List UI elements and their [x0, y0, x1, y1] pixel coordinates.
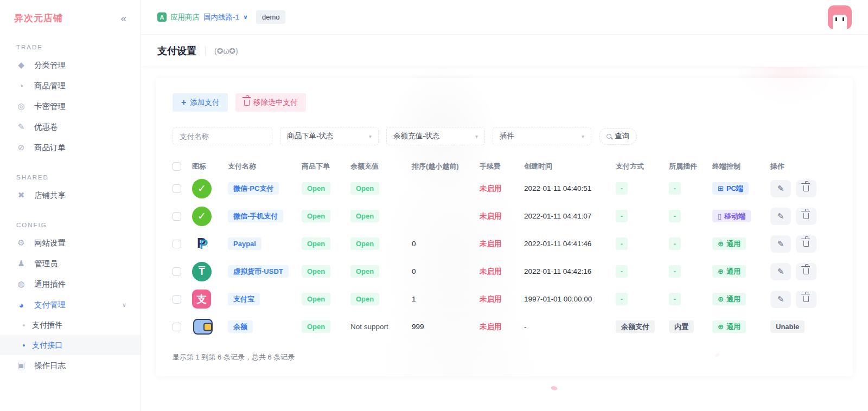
payment-name-link[interactable]: 支付宝	[228, 293, 260, 305]
main-area: A 应用商店 国内线路-1 ∨ demo 支付设置 (✪ω✪) + 添加支付	[141, 0, 868, 411]
payment-name-input[interactable]	[173, 127, 272, 145]
sidebar-item-label: 优惠卷	[34, 122, 58, 132]
edit-button[interactable]: ✎	[770, 180, 791, 197]
terminal-badge: ⊕通用	[712, 237, 746, 250]
recharge-status-badge: Open	[350, 182, 379, 195]
table-row: PaypalOpenOpen0未启用2022-01-11 04:41:46--⊕…	[173, 230, 837, 258]
fee-status: 未启用	[480, 322, 524, 332]
row-checkbox[interactable]	[173, 295, 181, 304]
add-payment-button[interactable]: + 添加支付	[173, 93, 228, 112]
avatar-face	[833, 15, 847, 29]
pagination-summary: 显示第 1 到第 6 条记录，总共 6 条记录	[173, 352, 837, 362]
select-all-checkbox[interactable]	[173, 162, 181, 171]
row-checkbox[interactable]	[173, 212, 181, 221]
search-button[interactable]: 查询	[599, 128, 637, 145]
topbar: A 应用商店 国内线路-1 ∨ demo	[141, 0, 868, 35]
column-header: 操作	[770, 162, 830, 171]
payment-name-link[interactable]: Paypal	[228, 237, 261, 250]
filter-select[interactable]: 商品下单-状态▾	[280, 127, 379, 145]
edit-button[interactable]: ✎	[770, 235, 791, 253]
sidebar-item-label: 商品订单	[34, 143, 66, 153]
payment-name-link[interactable]: 微信-手机支付	[228, 210, 283, 222]
sidebar-item-category-management[interactable]: ◆分类管理	[0, 55, 141, 75]
edit-button[interactable]: ✎	[770, 263, 791, 280]
sidebar-item-general-plugins[interactable]: ◍通用插件	[0, 274, 141, 294]
sidebar-item-label: 卡密管理	[34, 101, 66, 112]
user-avatar[interactable]	[828, 5, 852, 29]
column-header: 创建时间	[524, 162, 616, 171]
row-checkbox[interactable]	[173, 240, 181, 248]
edit-icon: ✎	[777, 267, 784, 277]
edit-button[interactable]: ✎	[770, 208, 791, 225]
section-label: SHARED	[0, 158, 141, 185]
sidebar-item-payment-plugins[interactable]: 支付插件	[0, 315, 141, 335]
edit-icon: ✎	[777, 184, 784, 194]
card-key-management-icon: ◎	[16, 101, 26, 111]
paypal-icon	[192, 234, 214, 254]
delete-button[interactable]	[796, 291, 816, 308]
sidebar-item-label: 网站设置	[34, 238, 66, 248]
sort-value: 999	[412, 323, 480, 331]
sidebar-item-site-settings[interactable]: ⚙网站设置	[0, 233, 141, 253]
delete-button[interactable]	[796, 235, 816, 253]
sidebar-item-label: 通用插件	[34, 279, 66, 290]
pay-method: -	[616, 182, 628, 195]
collapse-sidebar-icon[interactable]: «	[120, 12, 126, 24]
row-checkbox[interactable]	[173, 184, 181, 193]
edit-button[interactable]: ✎	[770, 291, 791, 308]
sidebar-item-store-sharing[interactable]: ✖店铺共享	[0, 185, 141, 206]
unable-badge: Unable	[770, 320, 805, 333]
plugin-owner: -	[669, 210, 681, 222]
payment-name-link[interactable]: 微信-PC支付	[228, 182, 279, 195]
content: + 添加支付 移除选中支付 商品下单-状态▾余额充值-状态▾插件▾ 查询 图标支…	[141, 67, 868, 376]
globe-icon: ⊕	[718, 323, 724, 330]
payment-name-link[interactable]: 余额	[228, 320, 253, 333]
delete-button[interactable]	[796, 180, 816, 197]
wallet-icon	[193, 319, 213, 335]
store-switcher[interactable]: A 应用商店 国内线路-1 ∨ demo	[157, 10, 285, 24]
section-label: CONFIG	[0, 206, 141, 233]
pay-method: -	[616, 237, 628, 250]
row-checkbox[interactable]	[173, 323, 181, 331]
sidebar-item-administrators[interactable]: ♟管理员	[0, 253, 141, 274]
edit-icon: ✎	[777, 239, 784, 249]
chevron-down-icon: ▾	[475, 133, 478, 139]
filter-select[interactable]: 余额充值-状态▾	[386, 127, 485, 145]
trash-icon	[803, 241, 809, 247]
created-time: -	[524, 323, 616, 331]
column-header: 余额充值	[350, 162, 412, 171]
sidebar-item-operation-logs[interactable]: ▣操作日志	[0, 355, 141, 376]
sidebar-item-card-key-management[interactable]: ◎卡密管理	[0, 96, 141, 117]
sidebar-item-product-management[interactable]: ◔商品管理	[0, 75, 141, 96]
order-status-badge: Open	[302, 320, 330, 333]
page-title: 支付设置	[157, 44, 196, 57]
order-status-badge: Open	[302, 210, 330, 222]
sidebar-item-payment-interface[interactable]: 支付接口	[0, 335, 141, 355]
windows-icon: ⊞	[718, 185, 724, 192]
terminal-badge: ⊞PC端	[712, 182, 749, 195]
filter-select[interactable]: 插件▾	[493, 127, 591, 145]
recharge-status: Not support	[350, 323, 412, 331]
delete-button[interactable]	[796, 263, 816, 280]
chevron-down-icon: ▾	[369, 133, 372, 139]
mobile-icon: ▯	[718, 213, 722, 220]
fee-status: 未启用	[480, 211, 524, 221]
created-time: 2022-01-11 04:40:51	[524, 184, 616, 192]
section-label: TRADE	[0, 28, 141, 55]
app-store-icon: A	[157, 12, 167, 22]
wechat-pay-icon	[192, 207, 212, 226]
sidebar-item-payment-management[interactable]: ◕支付管理∨	[0, 294, 141, 315]
created-time: 2022-01-11 04:41:46	[524, 240, 616, 248]
sort-value: 0	[412, 240, 480, 248]
terminal-badge: ⊕通用	[712, 293, 746, 305]
row-checkbox[interactable]	[173, 267, 181, 276]
sidebar: 异次元店铺 « TRADE◆分类管理◔商品管理◎卡密管理✎优惠卷⊘商品订单SHA…	[0, 0, 141, 411]
select-value: 插件	[500, 131, 514, 141]
sidebar-item-coupon[interactable]: ✎优惠卷	[0, 117, 141, 137]
sidebar-item-product-orders[interactable]: ⊘商品订单	[0, 137, 141, 158]
remove-selected-button[interactable]: 移除选中支付	[235, 93, 306, 112]
payment-name-link[interactable]: 虚拟货币-USDT	[228, 265, 289, 278]
fee-status: 未启用	[480, 239, 524, 249]
delete-button[interactable]	[796, 208, 816, 225]
line-selector[interactable]: 国内线路-1	[203, 12, 239, 22]
